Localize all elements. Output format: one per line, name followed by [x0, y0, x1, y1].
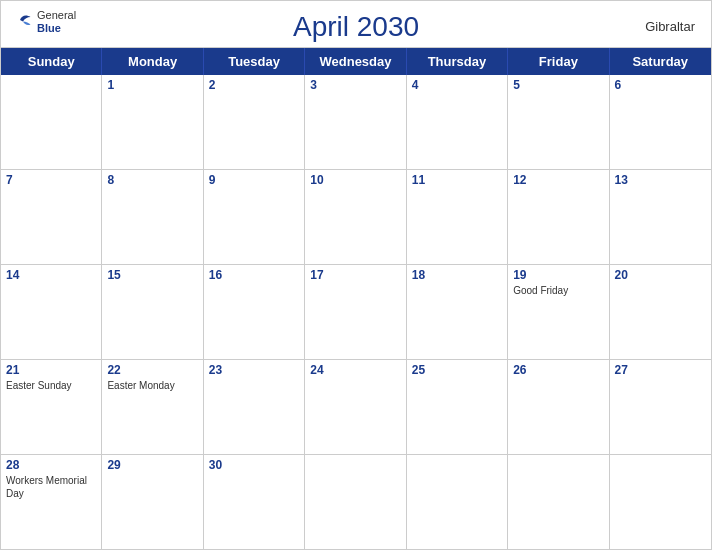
- day-number: 4: [412, 78, 502, 92]
- day-cell: 9: [204, 170, 305, 264]
- day-header-wednesday: Wednesday: [305, 48, 406, 75]
- day-number: 2: [209, 78, 299, 92]
- day-cell: 23: [204, 360, 305, 454]
- day-number: 19: [513, 268, 603, 282]
- day-cell: [1, 75, 102, 169]
- week-row-3: 141516171819Good Friday20: [1, 265, 711, 360]
- week-row-4: 21Easter Sunday22Easter Monday2324252627: [1, 360, 711, 455]
- day-cell: 5: [508, 75, 609, 169]
- day-cell: [610, 455, 711, 549]
- day-headers: SundayMondayTuesdayWednesdayThursdayFrid…: [1, 48, 711, 75]
- day-cell: 29: [102, 455, 203, 549]
- day-number: 25: [412, 363, 502, 377]
- day-cell: 15: [102, 265, 203, 359]
- day-cell: 21Easter Sunday: [1, 360, 102, 454]
- day-cell: 13: [610, 170, 711, 264]
- day-number: 14: [6, 268, 96, 282]
- day-number: 7: [6, 173, 96, 187]
- day-number: 22: [107, 363, 197, 377]
- day-cell: 10: [305, 170, 406, 264]
- day-number: 21: [6, 363, 96, 377]
- day-number: 17: [310, 268, 400, 282]
- day-header-sunday: Sunday: [1, 48, 102, 75]
- logo-blue: Blue: [37, 22, 76, 35]
- day-cell: 8: [102, 170, 203, 264]
- day-cell: 27: [610, 360, 711, 454]
- day-cell: 1: [102, 75, 203, 169]
- day-number: 15: [107, 268, 197, 282]
- week-row-1: 123456: [1, 75, 711, 170]
- week-row-2: 78910111213: [1, 170, 711, 265]
- day-number: 23: [209, 363, 299, 377]
- day-number: 3: [310, 78, 400, 92]
- week-row-5: 28Workers Memorial Day2930: [1, 455, 711, 549]
- day-cell: 11: [407, 170, 508, 264]
- day-number: 8: [107, 173, 197, 187]
- day-number: 30: [209, 458, 299, 472]
- day-cell: 22Easter Monday: [102, 360, 203, 454]
- region-label: Gibraltar: [645, 19, 695, 34]
- day-number: 26: [513, 363, 603, 377]
- day-cell: 26: [508, 360, 609, 454]
- day-cell: 30: [204, 455, 305, 549]
- day-number: 20: [615, 268, 706, 282]
- holiday-label: Easter Sunday: [6, 379, 96, 392]
- day-cell: 4: [407, 75, 508, 169]
- day-header-monday: Monday: [102, 48, 203, 75]
- calendar-header: General Blue April 2030 Gibraltar: [1, 1, 711, 47]
- day-cell: 12: [508, 170, 609, 264]
- day-header-saturday: Saturday: [610, 48, 711, 75]
- day-number: 18: [412, 268, 502, 282]
- day-cell: 6: [610, 75, 711, 169]
- day-number: 11: [412, 173, 502, 187]
- day-number: 27: [615, 363, 706, 377]
- day-number: 6: [615, 78, 706, 92]
- day-cell: [407, 455, 508, 549]
- day-number: 12: [513, 173, 603, 187]
- calendar-wrapper: General Blue April 2030 Gibraltar Sunday…: [0, 0, 712, 550]
- day-number: 1: [107, 78, 197, 92]
- day-cell: 3: [305, 75, 406, 169]
- day-number: 29: [107, 458, 197, 472]
- day-number: 28: [6, 458, 96, 472]
- day-cell: 17: [305, 265, 406, 359]
- holiday-label: Workers Memorial Day: [6, 474, 96, 500]
- holiday-label: Easter Monday: [107, 379, 197, 392]
- day-cell: 28Workers Memorial Day: [1, 455, 102, 549]
- holiday-label: Good Friday: [513, 284, 603, 297]
- day-cell: 2: [204, 75, 305, 169]
- logo-area: General Blue: [17, 9, 76, 35]
- day-cell: 19Good Friday: [508, 265, 609, 359]
- logo-general: General: [37, 9, 76, 22]
- day-header-friday: Friday: [508, 48, 609, 75]
- calendar-grid: SundayMondayTuesdayWednesdayThursdayFrid…: [1, 47, 711, 549]
- day-header-thursday: Thursday: [407, 48, 508, 75]
- day-number: 9: [209, 173, 299, 187]
- day-number: 24: [310, 363, 400, 377]
- day-number: 10: [310, 173, 400, 187]
- day-cell: [508, 455, 609, 549]
- day-cell: 20: [610, 265, 711, 359]
- day-cell: 16: [204, 265, 305, 359]
- logo-icon: [17, 11, 35, 33]
- weeks-container: 12345678910111213141516171819Good Friday…: [1, 75, 711, 549]
- day-cell: 25: [407, 360, 508, 454]
- day-cell: 7: [1, 170, 102, 264]
- calendar-title: April 2030: [293, 11, 419, 43]
- day-cell: 18: [407, 265, 508, 359]
- day-cell: 14: [1, 265, 102, 359]
- day-number: 16: [209, 268, 299, 282]
- day-cell: [305, 455, 406, 549]
- day-number: 5: [513, 78, 603, 92]
- day-header-tuesday: Tuesday: [204, 48, 305, 75]
- day-number: 13: [615, 173, 706, 187]
- day-cell: 24: [305, 360, 406, 454]
